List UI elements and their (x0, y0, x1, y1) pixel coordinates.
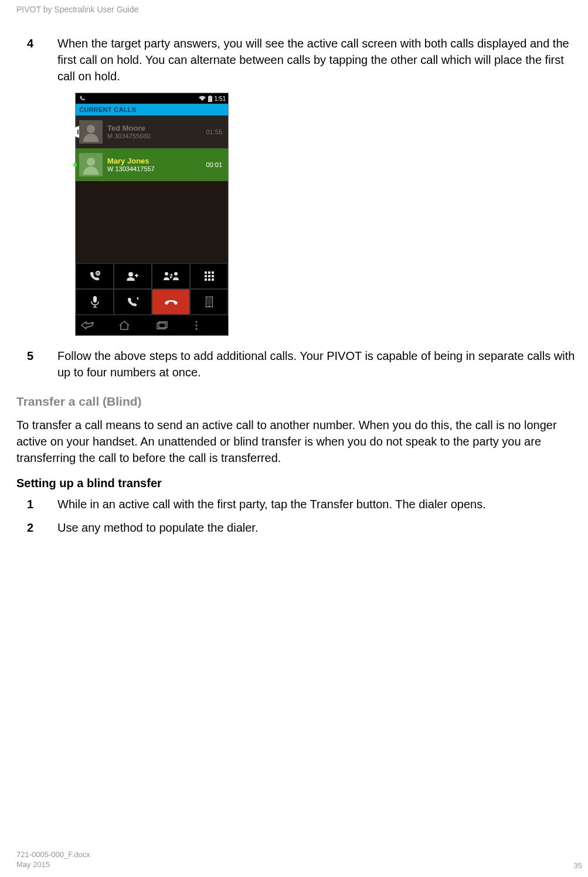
svg-rect-16 (205, 278, 207, 281)
svg-point-29 (195, 328, 197, 330)
svg-rect-23 (207, 298, 212, 305)
svg-rect-0 (208, 96, 212, 102)
action-row-1 (76, 263, 228, 289)
audio-button[interactable] (114, 289, 152, 315)
phone-screenshot: 1:51 CURRENT CALLS Ted Moore M 303475568… (75, 93, 229, 336)
recent-icon[interactable] (157, 321, 186, 329)
svg-point-9 (174, 272, 178, 276)
home-icon[interactable] (118, 321, 148, 330)
status-time: 1:51 (215, 96, 226, 102)
mute-button[interactable] (76, 289, 114, 315)
svg-point-24 (209, 305, 210, 307)
transfer-button[interactable] (152, 263, 190, 289)
action-row-2 (76, 289, 228, 315)
main-content: 4 When the target party answers, you wil… (16, 35, 582, 543)
svg-point-27 (195, 321, 197, 323)
call-info: Ted Moore M 3034755680 (107, 124, 206, 141)
page-header: PIVOT by Spectralink User Guide (16, 5, 138, 14)
svg-rect-1 (209, 96, 211, 96)
call-duration: 01:55 (206, 128, 225, 135)
svg-rect-2 (77, 130, 79, 134)
current-calls-banner: CURRENT CALLS (76, 104, 228, 115)
svg-point-7 (128, 272, 133, 277)
dialpad-button[interactable] (190, 263, 228, 289)
step-number: 2 (16, 519, 57, 536)
step-number: 5 (16, 348, 57, 380)
svg-rect-15 (212, 275, 214, 277)
active-call-row[interactable]: Mary Jones W 13034417557 00:01 (76, 148, 228, 181)
step-text: When the target party answers, you will … (57, 35, 582, 84)
caller-name: Ted Moore (107, 124, 206, 133)
active-indicator-icon (73, 163, 77, 166)
back-icon[interactable] (80, 321, 110, 329)
svg-rect-13 (205, 275, 207, 277)
step-item: 4 When the target party answers, you wil… (16, 35, 582, 84)
section-heading: Transfer a call (Blind) (16, 395, 582, 409)
call-body-area (76, 181, 228, 263)
battery-icon (208, 96, 212, 102)
svg-rect-14 (208, 275, 210, 277)
step-number: 4 (16, 35, 57, 84)
svg-rect-6 (98, 272, 98, 274)
call-info: Mary Jones W 13034417557 (107, 157, 206, 174)
status-bar: 1:51 (76, 93, 228, 104)
caller-name: Mary Jones (107, 157, 206, 166)
svg-point-28 (195, 325, 197, 327)
phone-status-icon (79, 96, 85, 101)
svg-rect-11 (208, 271, 210, 274)
svg-rect-12 (212, 271, 214, 274)
svg-point-4 (96, 271, 100, 276)
svg-point-8 (165, 272, 168, 276)
svg-rect-17 (208, 278, 210, 281)
page-footer: 721-0005-000_F.docx May 2015 35 (16, 850, 582, 870)
caller-number: M 3034755680 (107, 132, 206, 140)
avatar (79, 120, 103, 144)
avatar (79, 153, 103, 176)
step-item: 2 Use any method to populate the dialer. (16, 519, 582, 536)
hold-button[interactable] (76, 263, 114, 289)
step-item: 5 Follow the above steps to add addition… (16, 348, 582, 380)
step-text: While in an active call with the first p… (57, 496, 582, 512)
device-button[interactable] (190, 289, 228, 315)
sub-heading: Setting up a blind transfer (16, 477, 582, 490)
step-item: 1 While in an active call with the first… (16, 496, 582, 512)
svg-rect-10 (205, 271, 207, 274)
step-number: 1 (16, 496, 57, 512)
call-duration: 00:01 (206, 161, 225, 168)
page-number: 35 (574, 861, 582, 870)
menu-icon[interactable] (195, 321, 224, 330)
android-nav-bar (76, 315, 228, 335)
caller-number: W 13034417557 (107, 165, 206, 173)
step-text: Use any method to populate the dialer. (57, 519, 582, 536)
svg-rect-18 (212, 278, 214, 281)
footer-doc: 721-0005-000_F.docx (16, 850, 90, 860)
held-call-row[interactable]: Ted Moore M 3034755680 01:55 (76, 115, 228, 148)
paragraph: To transfer a call means to send an acti… (16, 417, 582, 466)
svg-rect-19 (93, 296, 97, 302)
step-text: Follow the above steps to add additional… (57, 348, 582, 380)
end-call-button[interactable] (152, 289, 190, 315)
footer-date: May 2015 (16, 860, 90, 870)
svg-rect-5 (97, 272, 97, 274)
add-call-button[interactable] (114, 263, 152, 289)
wifi-icon (199, 96, 206, 101)
